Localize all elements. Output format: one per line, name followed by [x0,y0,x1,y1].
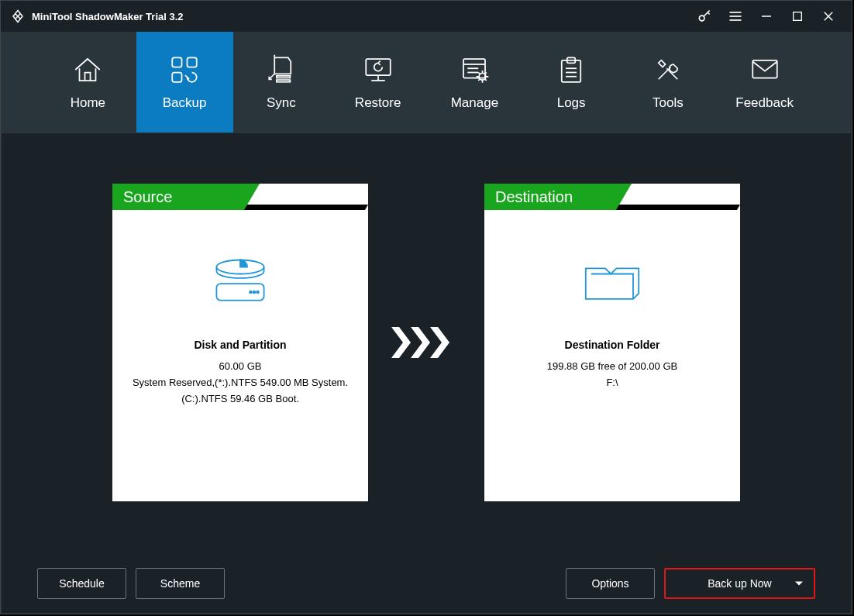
titlebar: MiniTool ShadowMaker Trial 3.2 [1,1,852,32]
tab-logs[interactable]: Logs [523,32,620,132]
minimize-icon[interactable] [759,9,774,24]
source-header: Source [112,184,244,210]
destination-header: Destination [484,184,616,210]
tab-feedback[interactable]: Feedback [716,32,813,132]
source-detail2: (C:).NTFS 59.46 GB Boot. [112,393,368,404]
tab-sync[interactable]: Sync [233,32,330,132]
tools-icon [652,53,684,86]
arrows-icon [391,327,461,358]
backup-now-label: Back up Now [708,577,771,590]
tab-label: Backup [163,95,207,111]
tab-label: Restore [355,95,401,111]
tab-backup[interactable]: Backup [136,32,233,132]
tab-label: Sync [267,95,296,111]
main-area: Source Disk and Partition [1,132,852,614]
tab-label: Tools [653,95,684,111]
manage-icon [458,53,491,86]
folder-icon [484,238,740,323]
feedback-icon [749,53,781,86]
svg-rect-8 [172,57,181,67]
tab-label: Logs [557,95,586,111]
app-logo-icon [10,9,26,24]
restore-icon [362,53,394,86]
close-icon[interactable] [821,9,836,24]
source-detail1: System Reserved,(*:).NTFS 549.00 MB Syst… [112,377,368,388]
backup-now-button[interactable]: Back up Now [664,568,815,599]
tab-manage[interactable]: Manage [426,32,523,132]
svg-rect-13 [366,59,391,75]
disk-icon [112,238,368,323]
tab-restore[interactable]: Restore [329,32,426,132]
sync-icon [265,53,298,86]
svg-point-0 [699,15,704,21]
svg-point-29 [253,291,256,293]
svg-rect-26 [752,60,777,78]
svg-rect-12 [277,80,291,82]
menu-icon[interactable] [728,9,743,24]
bottom-bar: Schedule Scheme Options Back up Now [2,568,851,599]
tab-label: Manage [451,95,498,111]
tab-label: Home [71,95,105,111]
svg-rect-11 [277,76,291,78]
key-icon[interactable] [697,9,712,24]
svg-point-31 [250,291,252,293]
tab-label: Feedback [735,95,794,111]
source-title: Disk and Partition [112,339,368,351]
tab-home[interactable]: Home [40,32,136,132]
logs-icon [555,53,587,86]
backup-icon [168,53,201,86]
dropdown-caret-icon [795,582,803,586]
svg-rect-5 [794,12,802,21]
maximize-icon[interactable] [790,9,805,24]
destination-title: Destination Folder [484,339,740,351]
destination-panel[interactable]: Destination Destination Folder 199.88 GB… [484,184,740,501]
tab-tools[interactable]: Tools [620,32,717,132]
destination-path: F:\ [484,377,740,388]
window-title: MiniTool ShadowMaker Trial 3.2 [32,11,690,22]
home-icon [71,53,104,86]
svg-point-30 [257,291,259,293]
svg-rect-9 [188,57,197,67]
main-nav: Home Backup Sync Restore Manage [1,32,852,132]
destination-free: 199.88 GB free of 200.00 GB [484,360,740,372]
schedule-button[interactable]: Schedule [37,568,126,599]
options-button[interactable]: Options [566,568,655,599]
svg-rect-10 [172,73,181,82]
scheme-button[interactable]: Scheme [136,568,225,599]
source-size: 60.00 GB [112,360,368,372]
source-panel[interactable]: Source Disk and Partition [112,184,368,501]
